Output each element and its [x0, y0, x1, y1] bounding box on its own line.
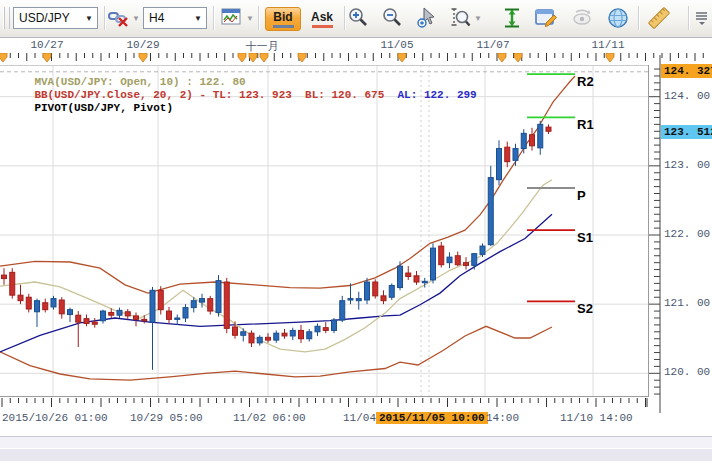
trading-platform-window: USD/JPY ▼ ▼ H4 ▼ ▼ — [0, 0, 712, 461]
ask-underline — [312, 25, 333, 28]
pivot-label-r2: R2 — [577, 74, 594, 89]
toolbar-separator — [258, 6, 259, 30]
toolbar: USD/JPY ▼ ▼ H4 ▼ ▼ — [0, 0, 712, 38]
edit-window-icon[interactable] — [534, 6, 558, 30]
price-axis-label: 121. 00 — [664, 297, 710, 309]
toolbar-separator — [688, 6, 689, 30]
bid-button[interactable]: Bid — [265, 7, 301, 31]
legend-bb-tl: TL: 123. 923 — [213, 89, 292, 101]
top-axis-label: 11/05 — [380, 39, 413, 51]
bottom-axis-label: 14:00 — [486, 412, 519, 424]
pivot-label-s2: S2 — [577, 301, 593, 316]
bid-underline — [273, 25, 294, 28]
price-high-tag: 124. 327 — [661, 64, 712, 78]
zoom-out-icon[interactable] — [380, 6, 404, 30]
toolbar-separator — [638, 6, 639, 30]
bottom-axis-label: 11/04 — [343, 412, 376, 424]
bottom-axis-label: 11/10 14:00 — [560, 412, 633, 424]
chevron-down-icon[interactable]: ▼ — [81, 14, 97, 23]
current-price-tag: 123. 512 — [661, 125, 712, 139]
legend-pivot-text: PIVOT(USD/JPY, Pivot) — [34, 102, 173, 114]
measure-icon[interactable] — [448, 6, 472, 30]
pointer-zoom-icon[interactable] — [416, 6, 440, 30]
chevron-down-icon[interactable]: ▼ — [190, 14, 206, 23]
bottom-panel — [0, 437, 712, 448]
timeframe-value: H4 — [149, 11, 164, 25]
toolbar-separator — [104, 6, 105, 30]
toolbar-separator — [344, 6, 345, 30]
zoom-in-icon[interactable] — [346, 6, 370, 30]
chart-type-icon[interactable] — [221, 8, 245, 32]
menu-icon[interactable] — [694, 10, 712, 34]
ruler-icon[interactable] — [646, 6, 670, 30]
pivot-label-s1: S1 — [577, 230, 593, 245]
price-axis-label: 122. 00 — [664, 228, 710, 240]
top-axis-label: 十一月 — [246, 39, 279, 54]
fit-vertical-icon[interactable] — [500, 6, 524, 30]
price-axis-label: 124. 00 — [664, 90, 710, 102]
bottom-panel-lower — [0, 449, 712, 461]
bid-label: Bid — [273, 10, 292, 24]
top-axis-label: 11/07 — [476, 39, 509, 51]
chart-type-chevron-icon[interactable]: ▼ — [246, 14, 254, 23]
bottom-axis-label: 10/29 05:00 — [130, 412, 203, 424]
ask-label: Ask — [311, 10, 333, 24]
globe-icon[interactable] — [606, 6, 630, 30]
toolbar-grip[interactable] — [3, 7, 10, 29]
bottom-axis-ruler[interactable] — [0, 398, 660, 410]
price-axis-label: 120. 00 — [664, 366, 710, 378]
symbol-select[interactable]: USD/JPY ▼ — [13, 7, 98, 29]
top-axis-label: 11/11 — [591, 39, 624, 51]
symbol-value: USD/JPY — [19, 11, 70, 25]
top-axis-label: 10/27 — [30, 39, 63, 51]
pivot-label-p: P — [577, 188, 586, 203]
bottom-axis-label: 11/02 06:00 — [233, 412, 306, 424]
bottom-axis-label-highlighted: 2015/11/05 10:00 — [376, 412, 488, 424]
auto-scroll-icon[interactable] — [571, 6, 595, 30]
legend-pivot: PIVOT(USD/JPY, Pivot) — [8, 90, 173, 126]
legend-bb-bl: BL: 120. 675 — [292, 89, 384, 101]
price-axis-label: 123. 00 — [664, 159, 710, 171]
unlink-icon[interactable] — [108, 8, 132, 32]
legend-bb-al: AL: 122. 299 — [384, 89, 476, 101]
pivot-label-r1: R1 — [577, 117, 594, 132]
toolbar-separator — [213, 6, 214, 30]
measure-chevron-icon[interactable]: ▼ — [474, 14, 482, 23]
ask-button[interactable]: Ask — [304, 7, 340, 31]
top-axis-label: 10/29 — [126, 39, 159, 51]
bottom-axis-label: 2015/10/26 01:00 — [2, 412, 108, 424]
unlink-chevron-icon[interactable]: ▼ — [132, 14, 140, 23]
timeframe-select[interactable]: H4 ▼ — [143, 7, 207, 29]
